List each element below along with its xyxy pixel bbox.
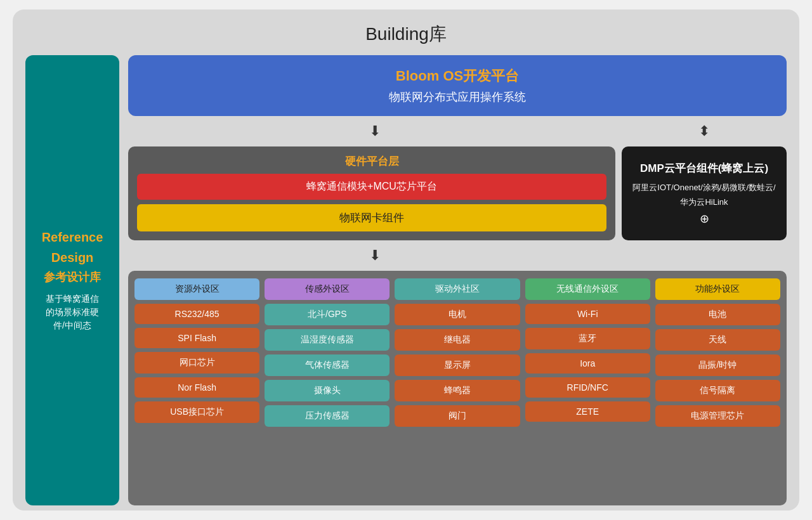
peripheral-col-2: 传感外设区北斗/GPS温湿度传感器气体传感器摄像头压力传感器 [265, 278, 390, 427]
peri-item-2-3: 气体传感器 [265, 354, 390, 376]
dmp-title: DMP云平台组件(蜂窝上云) [640, 161, 768, 176]
peri-item-3-1: 电机 [395, 304, 520, 325]
peri-item-5-3: 晶振/时钟 [655, 354, 780, 376]
sidebar-ref-line2: Design [51, 249, 94, 266]
dmp-plus: ⊕ [700, 212, 709, 226]
main-layout: Reference Design 参考设计库 基于蜂窝通信 的场景标准硬 件/中… [25, 55, 787, 505]
hw-row2: 物联网卡组件 [137, 204, 606, 231]
hardware-title: 硬件平台层 [137, 154, 606, 169]
peri-item-2-1: 北斗/GPS [265, 304, 390, 325]
peri-item-3-4: 蜂鸣器 [395, 380, 520, 401]
dmp-desc: 阿里云IOT/Onenet/涂鸦/易微联/数蛙云/ 华为云HiLink [632, 181, 775, 209]
arrow-down-1: ⬇ [128, 123, 622, 140]
arrows-row-2: ⬇ [128, 247, 787, 264]
peri-item-5-1: 电池 [655, 304, 780, 325]
peri-item-1-1: RS232/485 [134, 304, 259, 324]
peripheral-col-3: 驱动外社区电机继电器显示屏蜂鸣器阀门 [395, 278, 520, 427]
os-title: Bloom OS开发平台 [141, 67, 774, 86]
peri-item-5-2: 天线 [655, 329, 780, 351]
sidebar-cn-title: 参考设计库 [44, 270, 101, 285]
sidebar-ref-line1: Reference [42, 229, 103, 245]
building-title: Building库 [25, 22, 787, 46]
peri-item-4-4: RFID/NFC [525, 377, 650, 398]
peripheral-col-4: 无线通信外设区Wi-Fi蓝牙IoraRFID/NFCZETE [525, 278, 650, 427]
peri-header-3: 驱动外社区 [395, 278, 520, 300]
peri-header-1: 资源外设区 [134, 278, 259, 300]
peri-header-5: 功能外设区 [655, 278, 780, 300]
peri-item-3-3: 显示屏 [395, 354, 520, 376]
dmp-block: DMP云平台组件(蜂窝上云) 阿里云IOT/Onenet/涂鸦/易微联/数蛙云/… [622, 146, 787, 240]
peri-item-2-4: 摄像头 [265, 380, 390, 401]
left-sidebar: Reference Design 参考设计库 基于蜂窝通信 的场景标准硬 件/中… [25, 55, 119, 505]
peripheral-block: 资源外设区RS232/485SPI Flash网口芯片Nor FlashUSB接… [128, 271, 787, 505]
sidebar-desc: 基于蜂窝通信 的场景标准硬 件/中间态 [46, 292, 99, 332]
peri-item-1-3: 网口芯片 [134, 352, 259, 374]
middle-row: 硬件平台层 蜂窝通信模块+MCU芯片平台 物联网卡组件 DMP云平台组件(蜂窝上… [128, 146, 787, 240]
os-subtitle: 物联网分布式应用操作系统 [141, 89, 774, 105]
os-block: Bloom OS开发平台 物联网分布式应用操作系统 [128, 55, 787, 116]
peripheral-grid: 资源外设区RS232/485SPI Flash网口芯片Nor FlashUSB接… [134, 278, 780, 427]
peri-item-1-2: SPI Flash [134, 328, 259, 348]
peripheral-col-1: 资源外设区RS232/485SPI Flash网口芯片Nor FlashUSB接… [134, 278, 259, 427]
peri-item-5-5: 电源管理芯片 [655, 405, 780, 427]
hardware-block: 硬件平台层 蜂窝通信模块+MCU芯片平台 物联网卡组件 [128, 146, 615, 240]
outer-container: Building库 Reference Design 参考设计库 基于蜂窝通信 … [13, 10, 799, 510]
peri-item-1-5: USB接口芯片 [134, 401, 259, 423]
arrow-down-2: ⬇ [128, 247, 622, 264]
peri-item-3-2: 继电器 [395, 329, 520, 351]
arrows-row-1: ⬇ ⬍ [128, 122, 787, 140]
right-main: Bloom OS开发平台 物联网分布式应用操作系统 ⬇ ⬍ 硬件平台层 蜂窝通信… [128, 55, 787, 505]
peri-item-2-5: 压力传感器 [265, 405, 390, 427]
peri-item-4-2: 蓝牙 [525, 328, 650, 349]
peri-item-4-5: ZETE [525, 401, 650, 422]
peri-item-2-2: 温湿度传感器 [265, 329, 390, 351]
peri-header-2: 传感外设区 [265, 278, 390, 300]
arrow-down-dmp: ⬍ [622, 123, 787, 140]
peri-item-4-1: Wi-Fi [525, 304, 650, 324]
peri-item-1-4: Nor Flash [134, 377, 259, 398]
peripheral-col-5: 功能外设区电池天线晶振/时钟信号隔离电源管理芯片 [655, 278, 780, 427]
peri-item-4-3: Iora [525, 353, 650, 374]
peri-header-4: 无线通信外设区 [525, 278, 650, 300]
peri-item-3-5: 阀门 [395, 405, 520, 427]
peri-item-5-4: 信号隔离 [655, 380, 780, 401]
hw-row1: 蜂窝通信模块+MCU芯片平台 [137, 174, 606, 200]
